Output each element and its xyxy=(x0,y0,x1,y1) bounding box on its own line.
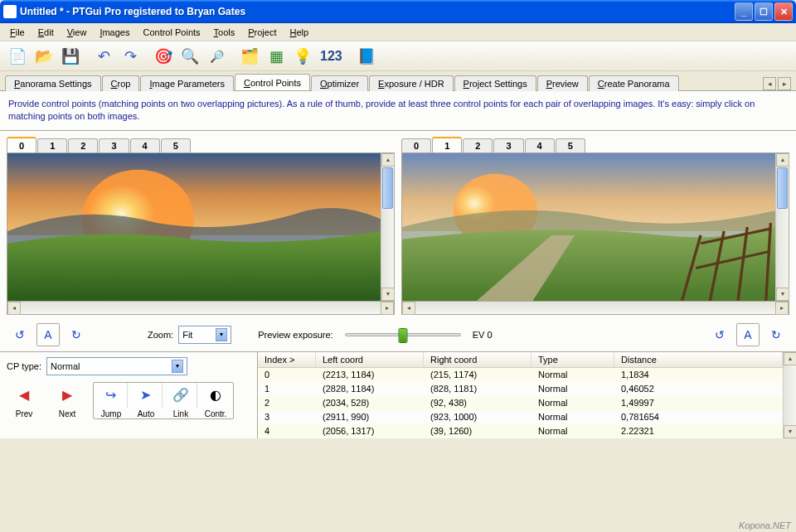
help-button[interactable]: 📘 xyxy=(354,44,379,69)
align-images-button[interactable]: 🎯 xyxy=(151,44,176,69)
zoom-select[interactable]: Fit ▾ xyxy=(178,326,231,344)
scroll-left-icon[interactable]: ◂ xyxy=(402,302,415,315)
close-button[interactable]: ✕ xyxy=(774,2,793,21)
tab-project-settings[interactable]: Project Settings xyxy=(454,75,536,91)
right-scrollbar-vertical[interactable]: ▴ ▾ xyxy=(775,153,789,301)
col-type[interactable]: Type xyxy=(531,352,614,367)
col-left-coord[interactable]: Left coord xyxy=(316,352,424,367)
col-distance[interactable]: Distance xyxy=(614,352,783,367)
col-right-coord[interactable]: Right coord xyxy=(424,352,531,367)
right-img-tab-2[interactable]: 2 xyxy=(463,138,493,152)
lightbulb-button[interactable]: 💡 xyxy=(290,44,315,69)
left-image-canvas[interactable] xyxy=(7,153,381,301)
left-scrollbar-vertical[interactable]: ▴ ▾ xyxy=(381,153,394,301)
tab-control-points[interactable]: Control Points xyxy=(235,74,310,90)
tab-exposure-hdr[interactable]: Exposure / HDR xyxy=(369,75,453,91)
scroll-up-icon[interactable]: ▴ xyxy=(784,352,796,365)
rotate-ccw-left-button[interactable]: ↺ xyxy=(8,323,32,346)
tab-scroll-right[interactable]: ▸ xyxy=(778,77,791,90)
cell-right-coord: (39, 1260) xyxy=(424,425,531,437)
scroll-up-icon[interactable]: ▴ xyxy=(381,153,395,167)
undo-button[interactable]: ↶ xyxy=(91,44,116,69)
left-img-tab-0[interactable]: 0 xyxy=(7,137,36,152)
table-row[interactable]: 2(2034, 528)(92, 438)Normal1,49997 xyxy=(258,396,783,410)
prev-button[interactable]: ◀ Prev xyxy=(7,383,41,418)
tab-scroll-left[interactable]: ◂ xyxy=(763,77,776,90)
tab-crop[interactable]: Crop xyxy=(102,75,140,91)
right-img-tab-5[interactable]: 5 xyxy=(556,138,585,152)
right-img-tab-0[interactable]: 0 xyxy=(401,138,431,152)
scroll-up-icon[interactable]: ▴ xyxy=(776,153,789,167)
save-project-button[interactable]: 💾 xyxy=(58,44,83,69)
scroll-down-icon[interactable]: ▾ xyxy=(784,425,796,438)
tab-create-panorama[interactable]: Create Panorama xyxy=(589,75,679,91)
minimize-button[interactable]: _ xyxy=(735,2,753,21)
redo-button[interactable]: ↷ xyxy=(118,44,143,69)
cell-index: 4 xyxy=(258,425,316,437)
left-img-tab-1[interactable]: 1 xyxy=(37,138,67,152)
cell-left-coord: (2911, 990) xyxy=(316,411,424,423)
rotate-cw-left-button[interactable]: ↻ xyxy=(65,323,88,346)
scroll-left-icon[interactable]: ◂ xyxy=(7,302,21,315)
exposure-slider[interactable] xyxy=(345,333,461,336)
table-row[interactable]: 1(2828, 1184)(828, 1181)Normal0,46052 xyxy=(258,382,783,396)
menu-tools[interactable]: Tools xyxy=(207,26,242,39)
cell-index: 2 xyxy=(258,397,316,409)
menu-edit[interactable]: Edit xyxy=(32,26,61,39)
new-project-button[interactable]: 📄 xyxy=(5,44,30,69)
menu-help[interactable]: Help xyxy=(284,26,316,39)
scroll-thumb[interactable] xyxy=(382,167,393,209)
zoom-out-button[interactable]: 🔎 xyxy=(204,44,229,69)
scroll-thumb[interactable] xyxy=(777,167,788,209)
table-row[interactable]: 3(2911, 990)(923, 1000)Normal0,781654 xyxy=(258,410,783,424)
auto-right-button[interactable]: A xyxy=(736,323,760,346)
contrast-button[interactable]: ◐ Contr. xyxy=(198,383,233,418)
table-row[interactable]: 4(2056, 1317)(39, 1260)Normal2.22321 xyxy=(258,424,783,438)
link-button[interactable]: 🔗 Link xyxy=(163,383,198,418)
left-image-frame: ▴ ▾ xyxy=(7,152,395,302)
rotate-cw-right-button[interactable]: ↻ xyxy=(764,323,788,346)
table-scrollbar-vertical[interactable]: ▴ ▾ xyxy=(783,352,796,438)
right-image-canvas[interactable] xyxy=(402,153,775,301)
menu-file[interactable]: File xyxy=(3,26,32,39)
tab-image-parameters[interactable]: Image Parameters xyxy=(140,75,234,91)
next-button[interactable]: ▶ Next xyxy=(50,383,85,418)
mask-button[interactable]: 🗂️ xyxy=(237,44,262,69)
left-scrollbar-horizontal[interactable]: ◂ ▸ xyxy=(7,302,395,315)
tab-panorama-settings[interactable]: Panorama Settings xyxy=(5,75,101,91)
auto-button[interactable]: ➤ Auto xyxy=(129,383,163,418)
auto-left-button[interactable]: A xyxy=(36,323,60,346)
right-img-tab-4[interactable]: 4 xyxy=(525,138,555,152)
maximize-button[interactable]: ☐ xyxy=(755,2,773,21)
menu-control-points[interactable]: Control Points xyxy=(136,26,206,39)
cell-index: 3 xyxy=(258,411,316,423)
cell-left-coord: (2034, 528) xyxy=(316,397,424,409)
open-project-button[interactable]: 📂 xyxy=(32,44,56,69)
menu-project[interactable]: Project xyxy=(241,26,283,39)
tab-optimizer[interactable]: Optimizer xyxy=(311,75,368,91)
arrow-left-icon: ◀ xyxy=(9,383,39,408)
scroll-down-icon[interactable]: ▾ xyxy=(776,288,789,301)
jump-button[interactable]: ↪ Jump xyxy=(94,383,129,418)
scroll-right-icon[interactable]: ▸ xyxy=(775,302,789,315)
left-img-tab-2[interactable]: 2 xyxy=(68,138,98,152)
right-scrollbar-horizontal[interactable]: ◂ ▸ xyxy=(401,302,789,315)
grid-button[interactable]: ▦ xyxy=(264,44,289,69)
scroll-down-icon[interactable]: ▾ xyxy=(381,288,395,301)
numeric-transform-button[interactable]: 123 xyxy=(317,49,346,64)
left-img-tab-5[interactable]: 5 xyxy=(161,138,191,152)
rotate-ccw-right-button[interactable]: ↺ xyxy=(708,323,731,346)
col-index[interactable]: Index > xyxy=(258,352,316,367)
left-img-tab-4[interactable]: 4 xyxy=(130,138,160,152)
right-img-tab-3[interactable]: 3 xyxy=(493,138,523,152)
menu-view[interactable]: View xyxy=(61,26,94,39)
left-img-tab-3[interactable]: 3 xyxy=(99,138,129,152)
menu-images[interactable]: Images xyxy=(93,26,136,39)
tab-preview[interactable]: Preview xyxy=(537,75,588,91)
scroll-right-icon[interactable]: ▸ xyxy=(381,302,394,315)
zoom-in-button[interactable]: 🔍 xyxy=(177,44,202,69)
slider-thumb[interactable] xyxy=(398,328,407,343)
right-img-tab-1[interactable]: 1 xyxy=(432,137,462,152)
cp-type-select[interactable]: Normal ▾ xyxy=(46,357,187,375)
table-row[interactable]: 0(2213, 1184)(215, 1174)Normal1,1834 xyxy=(258,368,783,382)
